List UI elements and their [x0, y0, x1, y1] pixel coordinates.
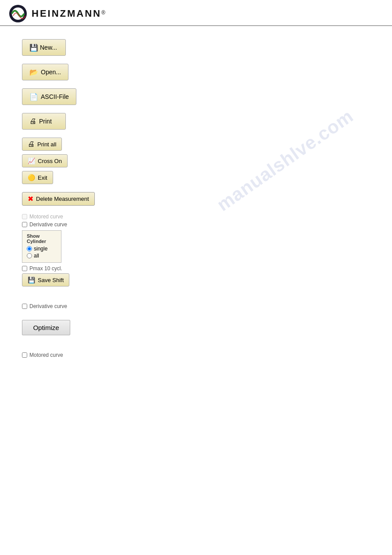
delete-icon: ✖: [28, 195, 33, 203]
ascii-icon: [29, 93, 38, 101]
save-shift-label: Save Shift: [38, 277, 64, 283]
optimize-button[interactable]: Optimize: [22, 320, 70, 335]
motored-curve2-checkbox[interactable]: [22, 352, 27, 358]
delete-button-row: ✖ Delete Measurement: [22, 192, 370, 206]
motored-curve-checkbox[interactable]: [22, 214, 27, 219]
cross-on-label: Cross On: [38, 158, 62, 164]
ascii-label: ASCII-File: [41, 93, 69, 100]
cylinder-panel-title: Show Cylinder: [27, 233, 57, 244]
cylinder-panel: Show Cylinder single all: [22, 230, 61, 263]
new-button-row: New...: [22, 39, 370, 56]
derivative-curve2-checkbox[interactable]: [22, 304, 27, 309]
motored-curve2-checkbox-row: Motored curve: [22, 352, 370, 358]
print-all-button-row: Print all: [22, 138, 370, 151]
pmax-label: Pmax 10 cycl.: [29, 265, 62, 272]
motored-curve2-label: Motored curve: [29, 352, 63, 358]
save-shift-button[interactable]: Save Shift: [22, 273, 69, 287]
derivative-curve-checkbox-row: Derivative curve: [22, 221, 370, 228]
derivative-curve-checkbox[interactable]: [22, 222, 27, 227]
cylinder-all-radio[interactable]: [27, 253, 32, 258]
new-icon: [29, 44, 37, 51]
derivative-curve2-checkbox-row: Derivative curve: [22, 303, 370, 309]
open-icon: [29, 68, 38, 76]
cylinder-single-label: single: [34, 246, 47, 252]
logo: HEINZMANN®: [9, 4, 383, 23]
motored-curve-checkbox-row: Motored curve: [22, 214, 370, 220]
logo-icon: [9, 4, 27, 23]
ascii-button-row: ASCII-File: [22, 88, 370, 105]
derivative-curve2-label: Derivative curve: [29, 303, 67, 309]
pmax-checkbox[interactable]: [22, 266, 27, 271]
optimize-button-row: Optimize: [22, 320, 370, 335]
header: HEINZMANN®: [0, 0, 392, 26]
cross-icon: [28, 157, 35, 164]
derivative-curve-checkbox-label: Derivative curve: [29, 221, 67, 228]
save-shift-button-row: Save Shift: [22, 273, 370, 287]
save-icon: [28, 276, 35, 283]
pmax-checkbox-row: Pmax 10 cycl.: [22, 265, 370, 272]
new-label: New...: [40, 44, 57, 51]
open-button[interactable]: Open...: [22, 64, 68, 80]
cross-on-button-row: Cross On: [22, 154, 370, 167]
motored-curve-checkbox-label: Motored curve: [29, 214, 63, 220]
optimize-label: Optimize: [33, 324, 59, 331]
delete-measurement-button[interactable]: ✖ Delete Measurement: [22, 192, 95, 206]
print-all-icon: [28, 140, 35, 148]
exit-label: Exit: [38, 174, 47, 181]
print-all-label: Print all: [37, 141, 56, 148]
print-label: Print: [39, 118, 52, 125]
exit-button-row: Exit: [22, 171, 370, 184]
print-button-row: Print: [22, 113, 370, 130]
open-button-row: Open...: [22, 64, 370, 80]
logo-text: HEINZMANN®: [32, 8, 105, 19]
main-content: New... Open... ASCII-File Print Print al…: [0, 26, 392, 373]
exit-icon: [28, 174, 35, 181]
print-icon: [29, 117, 36, 125]
ascii-button[interactable]: ASCII-File: [22, 88, 76, 105]
exit-button[interactable]: Exit: [22, 171, 53, 184]
print-button[interactable]: Print: [22, 113, 66, 130]
delete-label: Delete Measurement: [36, 196, 89, 202]
cylinder-all-label: all: [34, 253, 39, 259]
open-label: Open...: [41, 69, 61, 76]
cylinder-single-radio[interactable]: [27, 246, 32, 251]
cylinder-single-row: single: [27, 246, 57, 252]
cross-on-button[interactable]: Cross On: [22, 154, 68, 167]
cylinder-all-row: all: [27, 253, 57, 259]
new-button[interactable]: New...: [22, 39, 66, 56]
print-all-button[interactable]: Print all: [22, 138, 62, 151]
